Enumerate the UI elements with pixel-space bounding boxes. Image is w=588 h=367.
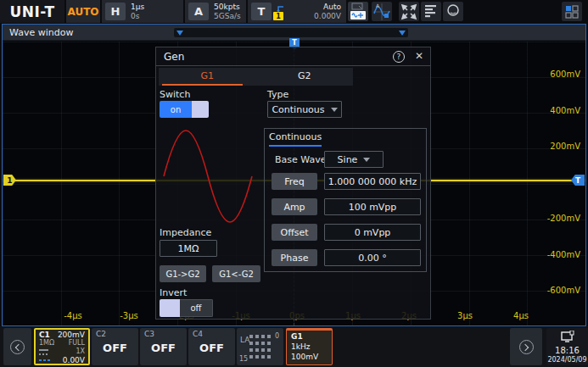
amp-field[interactable]: 100 mVpp [324,198,421,215]
chevron-down-icon [331,108,338,112]
panel-expand-button[interactable] [510,328,542,365]
acquire-key[interactable]: A [188,3,209,20]
close-icon[interactable]: ✕ [415,50,423,62]
amp-value: 100 mVpp [349,202,397,213]
help-icon[interactable]: ? [393,51,405,63]
zoom-button[interactable] [443,2,463,21]
la-bit-high: 0 [275,332,279,340]
type-label: Type [267,89,288,100]
impedance-value: 1MΩ [178,243,199,254]
trigger-menu[interactable]: T 1 Auto 0.000V [248,0,346,23]
gen-dialog-title: Gen [164,51,184,63]
logic-analyzer-block[interactable]: LA 0 15 [237,328,283,365]
c1-bandwidth: FULL [69,339,85,348]
type-dropdown[interactable]: Continuous [267,101,342,118]
xy-mode-button[interactable] [399,2,419,21]
phase-field[interactable]: 0.00 ° [324,249,421,266]
horizontal-position-scrollbar[interactable] [174,28,408,37]
offset-button[interactable]: Offset [272,224,317,241]
bandwidth-limit-icon [39,359,50,361]
channel1-block[interactable]: C1200mV 1MΩFULL 1X 0.00V [34,328,90,365]
channel2-block[interactable]: C2 OFF [92,328,138,365]
t-axis-label: 3μs [446,311,484,320]
invert-toggle-knob [160,299,180,317]
scroll-left-marker-icon[interactable] [176,31,183,36]
v-axis-label: 200mV [550,142,580,151]
channel4-block[interactable]: C4 OFF [188,328,235,365]
wave-window-title: Wave window [9,27,73,38]
clock-time: 18:16 [546,346,588,356]
generator1-block[interactable]: G1 1kHz 100mV [286,328,333,365]
oscilloscope-screen: UNI-T AUTO H 1μs 0s A 50kpts 5GSa/s T 1 … [0,0,588,367]
base-wave-value: Sine [338,154,358,165]
switch-toggle-knob [192,101,209,118]
generator-sine-icon: A [372,3,391,21]
offset-field[interactable]: 0 mVpp [324,224,421,241]
base-wave-label: Base Wave [275,154,326,165]
switch-label: Switch [160,89,190,100]
crossed-arrows-icon [400,3,417,20]
v-axis-label: -600mV [547,286,580,295]
v-axis-label: 600mV [550,70,580,79]
measure-button[interactable] [421,2,441,21]
horizontal-offset: 0s [131,12,139,20]
offset-value: 0 mVpp [355,227,391,238]
trigger-level: 0.000V [314,12,341,20]
c1-name: C1 [39,331,50,339]
c2-name: C2 [96,330,134,338]
acquire-samplerate: 5GSa/s [214,12,241,20]
channel1-level-marker[interactable]: 1 [3,175,16,186]
layout-grid-button[interactable] [562,2,582,21]
t-axis-label: -3μs [110,311,148,320]
trigger-source-badge: 1 [273,12,283,20]
clock-date: 2024/05/09 [546,356,588,364]
la-bit-low: 15 [239,355,248,363]
phase-button[interactable]: Phase [272,249,317,266]
tab-g1[interactable]: G1 [159,68,256,86]
magnifier-icon [445,3,462,19]
scroll-right-marker-icon[interactable] [399,31,406,36]
acquire-menu[interactable]: A 50kpts 5GSa/s [185,0,246,23]
v-axis-label: 400mV [550,106,580,115]
run-state-label: AUTO [67,6,98,18]
brand-logo: UNI-T [9,3,54,20]
copy-g1-from-g2-button[interactable]: G1<-G2 [212,265,260,282]
continuous-section-title: Continuous [269,131,322,147]
copy-g1-to-g2-button[interactable]: G1->G2 [160,265,206,282]
trigger-key[interactable]: T [251,3,272,20]
v-axis-label: -400mV [547,250,580,259]
c3-name: C3 [144,330,182,338]
chevron-right-icon [519,340,534,354]
horizontal-key[interactable]: H [105,3,126,20]
system-clock-block[interactable]: 18:16 2024/05/09 [546,328,588,365]
tab-g2[interactable]: G2 [256,68,354,86]
c4-state: OFF [193,342,231,354]
v-axis-label: -200mV [547,214,580,223]
freq-field[interactable]: 1.000 000 000 kHz [324,173,421,190]
freq-value: 1.000 000 000 kHz [328,176,417,187]
waveform-tools-button[interactable] [348,2,368,21]
la-bits-grid-icon [249,335,272,359]
switch-toggle[interactable]: on [160,101,209,118]
switch-toggle-on-label: on [160,101,192,118]
amp-button[interactable]: Amp [272,198,317,215]
base-wave-dropdown[interactable]: Sine [324,151,384,168]
c4-name: C4 [193,330,231,338]
trigger-position-marker[interactable]: T [289,38,300,47]
horizontal-menu[interactable]: H 1μs 0s [102,0,183,23]
brand-logo-section: UNI-T [0,0,64,23]
freq-button[interactable]: Freq [272,173,317,190]
gen-dialog: Gen ? ✕ G1 G2 Switch on Type Continuous … [155,47,431,320]
trigger-level-marker[interactable]: T [571,175,585,186]
channel3-block[interactable]: C3 OFF [140,328,187,365]
gen-dialog-titlebar[interactable]: Gen ? ✕ [156,47,430,66]
invert-toggle-off-label: off [180,299,213,317]
invert-toggle[interactable]: off [160,299,213,317]
chevron-left-icon [10,340,25,354]
panel-collapse-button[interactable] [3,328,31,365]
c1-offset: 0.00V [63,356,85,364]
continuous-section: Continuous Base Wave Sine Freq 1.000 000… [264,128,427,272]
generator-button[interactable]: A [372,2,392,21]
impedance-field[interactable]: 1MΩ [160,240,217,257]
run-state-button[interactable]: AUTO [66,0,100,23]
